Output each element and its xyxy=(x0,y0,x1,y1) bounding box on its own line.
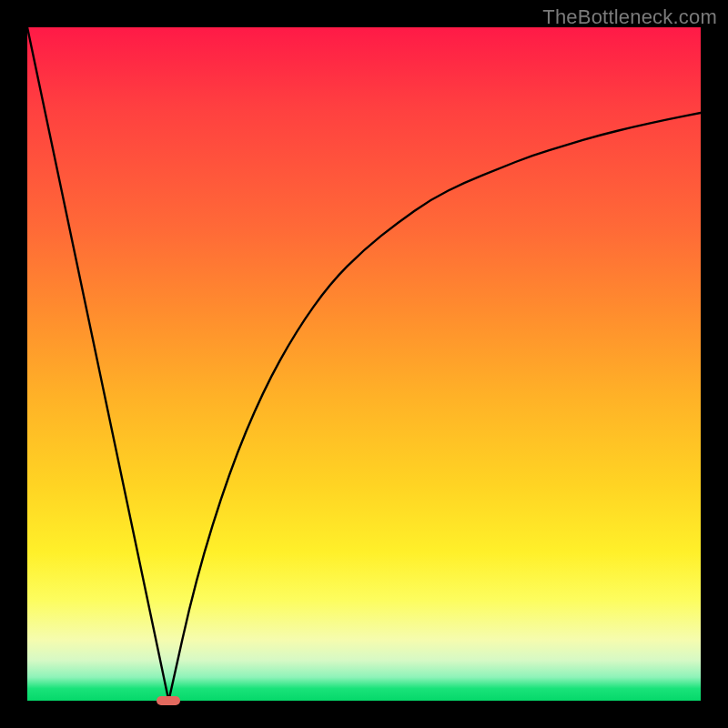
bottleneck-curve xyxy=(27,27,701,701)
minimum-marker xyxy=(157,696,180,705)
chart-frame: TheBottleneck.com xyxy=(0,0,728,728)
plot-area xyxy=(27,27,701,701)
watermark-text: TheBottleneck.com xyxy=(542,5,717,29)
